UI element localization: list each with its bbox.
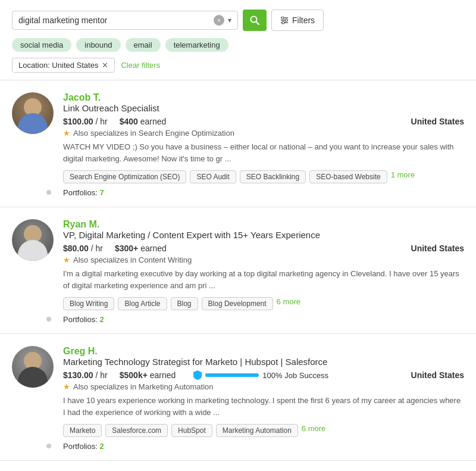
location-filter-badge: Location: United States ✕ (12, 58, 115, 73)
search-section: × ▾ Filters social media inbound em (0, 0, 476, 80)
skill-tag[interactable]: Blog Writing (63, 297, 114, 310)
remove-location-filter[interactable]: ✕ (102, 61, 108, 70)
avatar-col-greg (12, 346, 54, 451)
result-card-ryan: Ryan M. VP, Digital Marketing / Content … (0, 207, 476, 334)
specializes-ryan: ★ Also specializes in Content Writing (63, 255, 464, 264)
content-ryan: Ryan M. VP, Digital Marketing / Content … (63, 219, 464, 324)
search-box-container: × ▾ (12, 11, 238, 30)
filter-location-row: Location: United States ✕ Clear filters (12, 58, 464, 73)
rate-row-jacob: $100.00 / hr $400 earned United States (63, 117, 464, 126)
tag-social-media[interactable]: social media (12, 38, 71, 52)
skill-tag[interactable]: Blog Development (202, 297, 273, 310)
content-greg: Greg H. Marketing Technology Strategist … (63, 346, 464, 451)
avatar-jacob (12, 92, 54, 134)
svg-point-6 (285, 19, 287, 21)
filters-label: Filters (292, 15, 315, 25)
freelancer-name-jacob[interactable]: Jacob T. (63, 92, 464, 103)
portfolios-greg: Portfolios: 2 (63, 442, 464, 451)
more-skills-greg[interactable]: 6 more (302, 424, 325, 437)
search-button[interactable] (243, 10, 267, 31)
skill-tag[interactable]: Marketo (63, 424, 102, 437)
search-input[interactable] (18, 15, 214, 25)
skill-tag[interactable]: Salesforce.com (105, 424, 168, 437)
job-success-bar (205, 373, 259, 377)
more-skills-ryan[interactable]: 6 more (277, 297, 300, 310)
online-status-jacob (45, 189, 52, 196)
skill-tag[interactable]: SEO Backlinking (240, 170, 306, 183)
svg-point-7 (282, 21, 284, 24)
avatar-greg (12, 346, 54, 388)
avatar-ryan (12, 219, 54, 261)
description-ryan: I'm a digital marketing executive by day… (63, 268, 464, 291)
star-icon-ryan: ★ (63, 255, 70, 264)
star-icon-jacob: ★ (63, 129, 70, 138)
skill-tag[interactable]: Blog (171, 297, 198, 310)
description-greg: I have 10 years experience working in ma… (63, 395, 464, 418)
skill-tag[interactable]: SEO Audit (190, 170, 236, 183)
rate-greg: $130.00 / hr (63, 370, 108, 380)
portfolios-ryan: Portfolios: 2 (63, 315, 464, 324)
skill-tag[interactable]: Blog Article (118, 297, 167, 310)
clear-filters-button[interactable]: Clear filters (121, 61, 160, 70)
job-success-badge-greg: 100% Job Success (193, 370, 328, 380)
result-card-greg: Greg H. Marketing Technology Strategist … (0, 334, 476, 461)
freelancer-title-ryan: VP, Digital Marketing / Content Expert w… (63, 230, 464, 240)
star-icon-greg: ★ (63, 382, 70, 391)
svg-line-1 (256, 22, 259, 25)
description-jacob: WATCH MY VIDEO ;) So you have a business… (63, 141, 464, 164)
earned-greg: $500k+ earned (120, 370, 176, 380)
tag-inbound[interactable]: inbound (76, 38, 120, 52)
specializes-greg: ★ Also specializes in Marketing Automati… (63, 382, 464, 391)
location-ryan: United States (411, 244, 464, 253)
rate-ryan: $80.00 / hr (63, 244, 103, 253)
freelancer-title-jacob: Link Outreach Specialist (63, 103, 464, 113)
location-filter-text: Location: United States (18, 61, 98, 70)
specializes-jacob: ★ Also specializes in Search Engine Opti… (63, 129, 464, 138)
more-skills-jacob[interactable]: 1 more (391, 170, 415, 183)
rate-row-ryan: $80.00 / hr $300+ earned United States (63, 244, 464, 253)
skill-tag[interactable]: HubSpot (171, 424, 212, 437)
avatar-col-jacob (12, 92, 54, 197)
content-jacob: Jacob T. Link Outreach Specialist $100.0… (63, 92, 464, 197)
freelancer-title-greg: Marketing Technology Strategist for Mark… (63, 357, 464, 367)
online-status-ryan (45, 316, 52, 323)
skill-tag[interactable]: SEO-based Website (309, 170, 387, 183)
results-list: Jacob T. Link Outreach Specialist $100.0… (0, 80, 476, 461)
job-success-text-greg: 100% Job Success (262, 371, 328, 380)
freelancer-name-ryan[interactable]: Ryan M. (63, 219, 464, 230)
svg-point-5 (281, 17, 284, 19)
avatar-col-ryan (12, 219, 54, 324)
location-jacob: United States (411, 117, 464, 126)
skill-tags-jacob: Search Engine Optimization (SEO) SEO Aud… (63, 170, 464, 183)
skill-tag[interactable]: Marketing Automation (216, 424, 298, 437)
earned-ryan: $300+ earned (115, 244, 167, 253)
rate-row-greg: $130.00 / hr $500k+ earned 100% Job Succ… (63, 370, 464, 380)
search-box-icons: × ▾ (214, 15, 231, 26)
search-row: × ▾ Filters (12, 10, 464, 31)
rate-jacob: $100.00 / hr (63, 117, 108, 126)
chevron-down-icon[interactable]: ▾ (228, 16, 231, 24)
result-card-jacob: Jacob T. Link Outreach Specialist $100.0… (0, 80, 476, 207)
tag-email[interactable]: email (126, 38, 161, 52)
skill-tag[interactable]: Search Engine Optimization (SEO) (63, 170, 186, 183)
job-success-bar-container (205, 373, 259, 377)
tags-row: social media inbound email telemarketing (12, 38, 464, 52)
clear-search-icon[interactable]: × (214, 15, 224, 26)
online-status-greg (45, 442, 52, 450)
location-greg: United States (411, 370, 464, 380)
earned-jacob: $400 earned (120, 117, 167, 126)
search-icon (250, 15, 259, 25)
freelancer-name-greg[interactable]: Greg H. (63, 346, 464, 357)
skill-tags-greg: Marketo Salesforce.com HubSpot Marketing… (63, 424, 464, 437)
portfolios-jacob: Portfolios: 7 (63, 188, 464, 197)
skill-tags-ryan: Blog Writing Blog Article Blog Blog Deve… (63, 297, 464, 310)
shield-icon-greg (193, 370, 202, 380)
tag-telemarketing[interactable]: telemarketing (165, 38, 228, 52)
filter-icon (280, 16, 289, 24)
filters-button[interactable]: Filters (271, 10, 324, 31)
